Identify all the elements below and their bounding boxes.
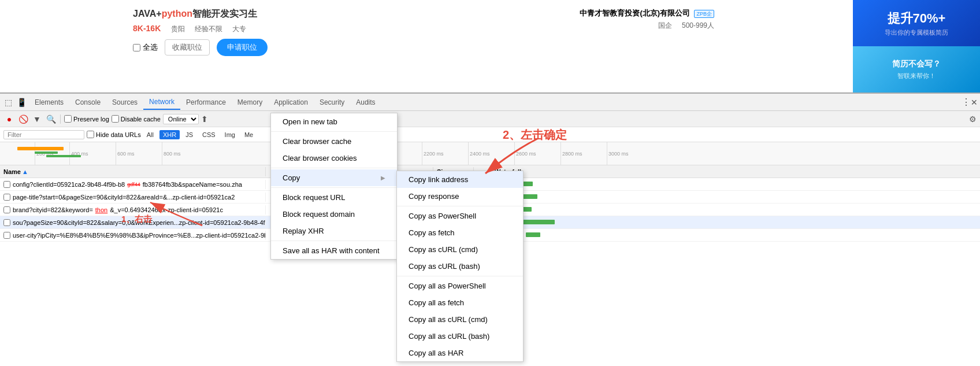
row-name: user-city?ipCity=%E8%B4%B5%E9%98%B3&ipPr… — [0, 231, 266, 240]
submenu-divider1 — [397, 206, 523, 206]
context-menu-item-replay[interactable]: Replay XHR — [271, 223, 397, 239]
tab-performance[interactable]: Performance — [180, 95, 232, 109]
tick-800: 800 ms — [162, 142, 181, 165]
submenu-item-copy-all-fetch[interactable]: Copy all as fetch — [397, 294, 523, 311]
submenu-item-copy-curl-cmd[interactable]: Copy as cURL (cmd) — [397, 241, 523, 258]
context-menu-item-block-domain[interactable]: Block request domain — [271, 206, 397, 223]
tab-network[interactable]: Network — [143, 95, 180, 110]
job-location: 贵阳 — [171, 25, 185, 33]
tab-memory[interactable]: Memory — [232, 95, 268, 109]
job-actions-row: 全选 收藏职位 申请职位 — [133, 39, 841, 56]
tick-2200: 2200 ms — [422, 142, 444, 165]
company-type: 国企 — [658, 21, 672, 29]
select-all-checkbox[interactable]: 全选 — [133, 42, 158, 53]
upload-btn[interactable]: ⬆ — [201, 114, 208, 124]
devtools-more-btn[interactable]: ⋮ — [962, 97, 971, 108]
annotation-step1: 1、右击 — [121, 214, 152, 225]
context-menu-divider2 — [271, 168, 397, 168]
context-menu-item-clear-cookies[interactable]: Clear browser cookies — [271, 150, 397, 167]
row-name: brand?cityid=822&keyword=thon&_v=0.64934… — [0, 205, 266, 215]
submenu-item-copy-all-har[interactable]: Copy all as HAR — [397, 345, 523, 361]
disable-cache-text: Disable cache — [121, 116, 161, 123]
filter-css-btn[interactable]: CSS — [199, 130, 219, 139]
submenu-arrow-icon: ▶ — [381, 175, 385, 181]
submenu-item-copy-curl-bash[interactable]: Copy as cURL (bash) — [397, 258, 523, 275]
preserve-log-label[interactable]: Preserve log — [64, 115, 109, 123]
submenu-item-copy-link[interactable]: Copy link address — [397, 171, 523, 188]
context-menu-divider1 — [271, 131, 397, 132]
ad2-sub: 智联来帮你！ — [897, 72, 936, 80]
submenu-item-copy-fetch[interactable]: Copy as fetch — [397, 224, 523, 241]
row-checkbox[interactable]: config?clientId=05921ca2-9b48-4f9b-b8gdf… — [0, 180, 266, 189]
ad-banner-top[interactable]: 提升70%+ 导出你的专属模板简历 — [853, 0, 980, 46]
context-menu-item-open[interactable]: Open in new tab — [271, 113, 397, 130]
col-name-header[interactable]: Name ▲ — [0, 167, 266, 176]
context-menu-item-block-url[interactable]: Block request URL — [271, 189, 397, 206]
filter-input[interactable] — [3, 130, 84, 139]
job-title-python: python — [162, 9, 192, 19]
devtools-tab-bar: ⬚ 📱 Elements Console Sources Network Per… — [0, 94, 980, 111]
preserve-log-checkbox[interactable] — [64, 115, 72, 123]
tab-audits[interactable]: Audits — [350, 95, 381, 109]
filter-media-btn[interactable]: Me — [241, 130, 257, 139]
submenu-item-copy-all-powershell[interactable]: Copy all as PowerShell — [397, 278, 523, 294]
company-name: 中青才智教育投资(北京)有限公司 — [580, 9, 690, 17]
hide-data-urls-label[interactable]: Hide data URLs — [87, 131, 141, 138]
job-listing-area: JAVA+python智能开发实习生 8K-16K 贵阳 经验不限 大专 全选 … — [0, 0, 853, 93]
tab-console[interactable]: Console — [69, 95, 106, 109]
collect-button[interactable]: 收藏职位 — [165, 39, 210, 56]
filter-toggle-btn[interactable]: ▼ — [31, 113, 43, 125]
tick-3000: 3000 ms — [607, 142, 629, 165]
company-badge: ZPB企 — [694, 10, 714, 18]
col-waterfall-header[interactable]: Waterfall — [491, 167, 980, 176]
tick-600: 600 ms — [116, 142, 135, 165]
disable-cache-checkbox[interactable] — [112, 115, 119, 123]
submenu-item-copy-response[interactable]: Copy response — [397, 188, 523, 205]
ad1-sub: 导出你的专属模板简历 — [885, 28, 948, 37]
tick-2800: 2800 ms — [560, 142, 582, 165]
throttle-select[interactable]: Online — [163, 114, 199, 124]
context-menu-item-copy[interactable]: Copy ▶ — [271, 169, 397, 186]
tab-application[interactable]: Application — [268, 95, 314, 109]
ad1-text: 提升70%+ — [888, 10, 946, 27]
search-btn[interactable]: 🔍 — [45, 113, 57, 125]
filter-img-btn[interactable]: Img — [221, 130, 239, 139]
clear-btn[interactable]: 🚫 — [17, 113, 29, 125]
job-title-prefix: JAVA+ — [133, 9, 162, 19]
devtools-close-btn[interactable]: ✕ — [971, 98, 978, 107]
filter-all-btn[interactable]: All — [143, 130, 157, 139]
tick-2600: 2600 ms — [514, 142, 536, 165]
hide-data-urls-text: Hide data URLs — [96, 131, 141, 138]
submenu-item-copy-powershell[interactable]: Copy as PowerShell — [397, 208, 523, 224]
devtools-icon-mobile[interactable]: 📱 — [14, 97, 29, 108]
company-size: 500-999人 — [682, 21, 714, 29]
tab-sources[interactable]: Sources — [106, 95, 143, 109]
context-menu-item-clear-cache[interactable]: Clear browser cache — [271, 133, 397, 150]
context-menu-item-save-har[interactable]: Save all as HAR with content — [271, 242, 397, 259]
toolbar-separator1 — [60, 114, 61, 124]
preserve-log-text: Preserve log — [73, 116, 109, 123]
record-btn[interactable]: ● — [3, 113, 15, 125]
tab-security[interactable]: Security — [314, 95, 350, 109]
submenu-item-copy-all-curl-bash[interactable]: Copy all as cURL (bash) — [397, 328, 523, 345]
tab-elements[interactable]: Elements — [29, 95, 69, 109]
tick-400: 400 ms — [69, 142, 88, 165]
hide-data-urls-checkbox[interactable] — [87, 131, 94, 138]
apply-button[interactable]: 申请职位 — [217, 39, 268, 56]
ad2-text: 简历不会写？ — [892, 59, 941, 69]
disable-cache-label[interactable]: Disable cache — [112, 115, 161, 123]
filter-xhr-btn[interactable]: XHR — [159, 130, 180, 139]
job-title-suffix: 智能开发实习生 — [192, 9, 257, 19]
filter-js-btn[interactable]: JS — [182, 130, 196, 139]
ad-banner-bottom[interactable]: 简历不会写？ 智联来帮你！ — [853, 46, 980, 93]
submenu-item-copy-all-curl-cmd[interactable]: Copy all as cURL (cmd) — [397, 311, 523, 328]
company-type-row: 国企 500-999人 — [580, 21, 714, 31]
row-waterfall — [491, 178, 980, 191]
job-salary: 8K-16K — [133, 24, 161, 33]
context-menu: Open in new tab Clear browser cache Clea… — [270, 113, 398, 260]
submenu-divider2 — [397, 276, 523, 276]
tick-2400: 2400 ms — [468, 142, 490, 165]
row-name: page-title?start=0&pageSize=90&cityId=82… — [0, 193, 266, 202]
devtools-icon-cursor[interactable]: ⬚ — [2, 97, 14, 108]
settings-btn[interactable]: ⚙ — [969, 114, 977, 124]
